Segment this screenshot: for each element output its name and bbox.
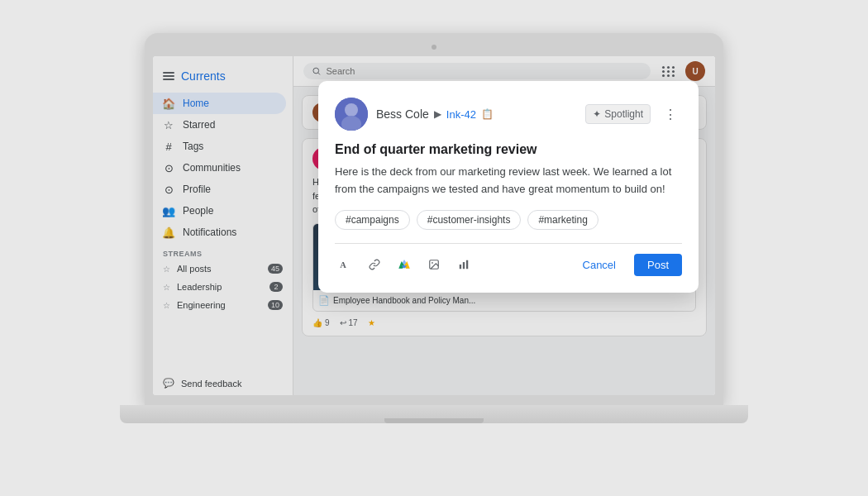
modal-post-title: End of quarter marketing review xyxy=(335,142,682,157)
svg-text:A: A xyxy=(340,260,346,269)
modal-channel[interactable]: Ink-42 xyxy=(446,108,476,121)
modal-user-avatar xyxy=(335,98,368,131)
modal-overlay: Bess Cole ▶ Ink-42 📋 ✦ Spotlight ⋮ End o… xyxy=(153,56,715,395)
chart-icon[interactable] xyxy=(454,255,474,274)
laptop-screen: Currents 🏠 Home ☆ Starred # Tags xyxy=(153,56,715,395)
svg-rect-9 xyxy=(463,262,465,269)
svg-point-7 xyxy=(432,262,433,264)
spotlight-icon: ✦ xyxy=(593,108,601,120)
tag-customer-insights[interactable]: #customer-insights xyxy=(417,210,522,230)
image-icon[interactable] xyxy=(424,255,444,274)
spotlight-button[interactable]: ✦ Spotlight xyxy=(585,104,651,124)
modal-username: Bess Cole xyxy=(376,107,429,121)
text-format-icon[interactable]: A xyxy=(335,255,355,274)
modal-toolbar: A xyxy=(335,243,682,276)
clipboard-icon[interactable]: 📋 xyxy=(481,108,494,120)
more-options-button[interactable]: ⋮ xyxy=(659,103,682,126)
svg-rect-8 xyxy=(460,265,461,269)
modal-post-body: Here is the deck from our marketing revi… xyxy=(335,164,682,198)
tag-campaigns[interactable]: #campaigns xyxy=(335,210,410,230)
laptop-base xyxy=(120,405,748,423)
modal-tags: #campaigns #customer-insights #marketing xyxy=(335,210,682,230)
laptop-camera xyxy=(432,45,436,50)
link-icon[interactable] xyxy=(365,255,384,274)
modal-actions: Cancel Post xyxy=(573,254,682,276)
svg-rect-10 xyxy=(466,260,468,269)
svg-point-3 xyxy=(345,103,358,117)
modal-arrow-icon: ▶ xyxy=(434,108,441,120)
post-modal: Bess Cole ▶ Ink-42 📋 ✦ Spotlight ⋮ End o… xyxy=(318,81,699,293)
modal-header: Bess Cole ▶ Ink-42 📋 ✦ Spotlight ⋮ xyxy=(335,98,682,131)
cancel-button[interactable]: Cancel xyxy=(573,254,626,276)
google-drive-icon[interactable] xyxy=(394,255,414,274)
post-button[interactable]: Post xyxy=(634,254,682,276)
tag-marketing[interactable]: #marketing xyxy=(527,210,598,230)
